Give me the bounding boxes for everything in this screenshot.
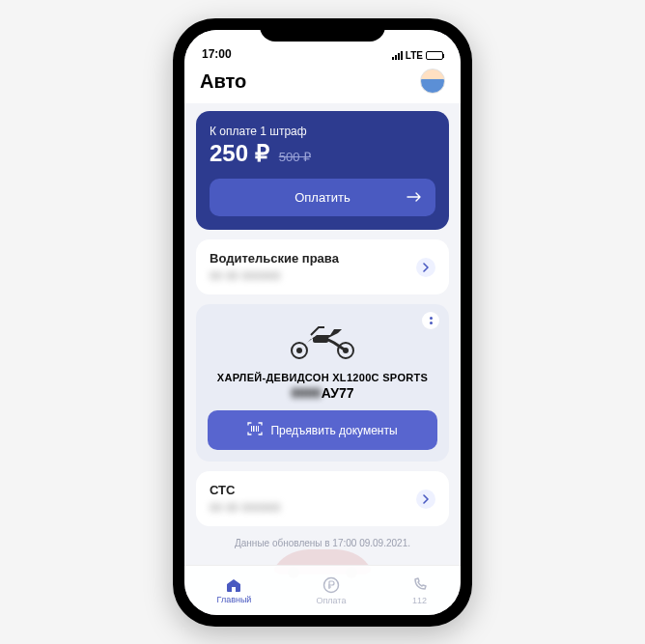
svg-rect-8 xyxy=(258,426,259,432)
present-documents-button[interactable]: Предъявить документы xyxy=(208,410,437,450)
present-button-label: Предъявить документы xyxy=(270,424,397,437)
chevron-right-icon xyxy=(416,258,435,277)
signal-icon xyxy=(392,51,403,60)
more-button[interactable] xyxy=(422,312,439,329)
license-value: 00 00 000000 xyxy=(210,269,339,283)
arrow-right-icon xyxy=(407,190,422,205)
battery-icon xyxy=(426,51,443,60)
status-time: 17:00 xyxy=(202,47,232,61)
sts-card[interactable]: СТС 00 00 000000 xyxy=(196,471,449,526)
tab-home[interactable]: Главный xyxy=(217,577,252,604)
chevron-right-icon xyxy=(416,490,435,509)
pay-button[interactable]: Оплатить xyxy=(210,179,435,216)
notch xyxy=(260,18,385,42)
motorcycle-icon xyxy=(208,322,437,364)
pay-button-label: Оплатить xyxy=(294,190,351,205)
license-card[interactable]: Водительские права 00 00 000000 xyxy=(196,239,449,294)
barcode-icon xyxy=(247,422,263,438)
phone-frame: 17:00 LTE Авто К оплате 1 штраф 250 ₽ 50… xyxy=(173,18,472,627)
svg-rect-4 xyxy=(313,337,328,343)
vehicle-card: ХАРЛЕЙ-ДЕВИДСОН XL1200C SPORTS 0000АУ77 xyxy=(196,304,449,462)
tab-pay-label: Оплата xyxy=(316,596,346,605)
home-icon xyxy=(225,577,242,593)
plate-visible: АУ77 xyxy=(322,385,354,401)
tab-bar: Главный Оплата 112 xyxy=(184,565,461,615)
page-title: Авто xyxy=(200,70,246,93)
phone-icon xyxy=(410,576,428,594)
payment-amount: 250 ₽ xyxy=(210,140,269,167)
avatar[interactable] xyxy=(420,69,445,94)
svg-rect-5 xyxy=(251,426,252,432)
content-scroll[interactable]: К оплате 1 штраф 250 ₽ 500 ₽ Оплатить Во… xyxy=(184,103,461,615)
page-header: Авто xyxy=(184,63,461,103)
vehicle-name: ХАРЛЕЙ-ДЕВИДСОН XL1200C SPORTS xyxy=(208,372,437,383)
ruble-icon xyxy=(322,576,340,594)
payment-old-amount: 500 ₽ xyxy=(279,150,311,164)
sts-value: 00 00 000000 xyxy=(210,501,280,515)
svg-rect-6 xyxy=(253,426,255,432)
network-label: LTE xyxy=(406,50,423,61)
screen: 17:00 LTE Авто К оплате 1 штраф 250 ₽ 50… xyxy=(184,30,461,615)
vehicle-plate: 0000АУ77 xyxy=(208,385,437,401)
plate-hidden: 0000 xyxy=(291,385,321,401)
svg-rect-7 xyxy=(256,426,257,432)
license-title: Водительские права xyxy=(210,251,339,266)
payment-card: К оплате 1 штраф 250 ₽ 500 ₽ Оплатить xyxy=(196,111,449,230)
updated-label: Данные обновлены в 17:00 09.09.2021. xyxy=(196,538,449,548)
tab-pay[interactable]: Оплата xyxy=(316,576,346,605)
tab-home-label: Главный xyxy=(217,595,252,604)
tab-emergency-label: 112 xyxy=(412,596,427,605)
status-indicators: LTE xyxy=(392,50,443,61)
payment-label: К оплате 1 штраф xyxy=(210,125,435,138)
tab-emergency[interactable]: 112 xyxy=(410,576,428,605)
sts-title: СТС xyxy=(210,483,280,497)
